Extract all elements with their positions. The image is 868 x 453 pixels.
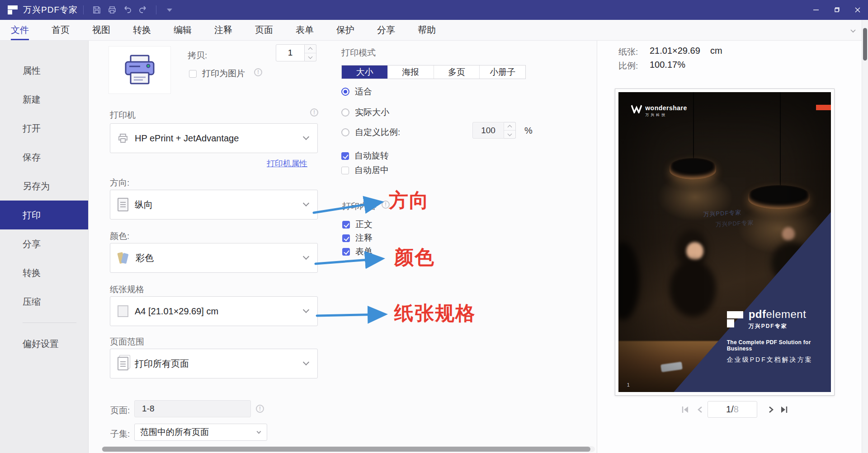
annotation-paper: 纸张规格	[394, 304, 476, 323]
app-logo-icon	[8, 5, 18, 15]
custom-scale-radio-row: 自定义比例:	[341, 126, 400, 138]
sidebar-item-compress[interactable]: 压缩	[0, 287, 88, 316]
maximize-button[interactable]	[826, 0, 847, 20]
printer-info-icon[interactable]	[310, 108, 318, 117]
print-as-image-label: 打印为图片	[202, 68, 245, 79]
menu-home[interactable]: 首页	[52, 20, 70, 40]
vertical-scrollbar-thumb[interactable]	[863, 28, 867, 61]
horizontal-scrollbar[interactable]	[102, 446, 595, 452]
wondershare-w-icon	[631, 104, 642, 113]
watermark-text: 万兴PDF专家 万兴PDF专家	[703, 208, 754, 229]
print-mode-label: 打印模式	[341, 47, 376, 59]
orientation-label: 方向:	[110, 177, 129, 189]
ribbon-collapse-icon[interactable]	[850, 27, 856, 35]
chevron-down-icon	[257, 430, 261, 434]
sidebar-item-open[interactable]: 打开	[0, 114, 88, 143]
redo-icon[interactable]	[136, 3, 150, 17]
scale-decrement-icon[interactable]	[504, 131, 515, 138]
minimize-button[interactable]	[806, 0, 826, 20]
actual-size-radio[interactable]	[341, 108, 349, 117]
annotation-orientation: 方向	[389, 191, 429, 210]
sidebar-item-share[interactable]: 分享	[0, 229, 88, 258]
app-window: 万兴PDF专家 文件 首页 视图 转换 编辑 注释 页面 表单 保护 分	[0, 0, 868, 453]
brand-sub: 万兴科技	[645, 112, 687, 117]
print-icon[interactable]	[105, 3, 119, 17]
sidebar-item-preferences[interactable]: 偏好设置	[0, 329, 88, 358]
sidebar-item-convert[interactable]: 转换	[0, 258, 88, 287]
menu-protect[interactable]: 保护	[336, 20, 354, 40]
auto-center-row: 自动居中	[341, 164, 389, 176]
content-comment-checkbox[interactable]	[342, 234, 350, 242]
menu-view[interactable]: 视图	[92, 20, 110, 40]
auto-rotate-row: 自动旋转	[341, 150, 389, 162]
printer-small-icon	[118, 133, 128, 143]
cover-red-tag	[816, 105, 831, 111]
tab-size[interactable]: 大小	[342, 65, 388, 79]
preview-paper-unit: cm	[710, 46, 722, 56]
undo-icon[interactable]	[121, 3, 134, 17]
menu-bar: 文件 首页 视图 转换 编辑 注释 页面 表单 保护 分享 帮助	[0, 20, 868, 41]
copies-decrement-icon[interactable]	[305, 53, 316, 61]
tab-multiple[interactable]: 多页	[434, 65, 480, 79]
sidebar-item-print[interactable]: 打印	[0, 201, 88, 229]
menu-page[interactable]: 页面	[255, 20, 273, 40]
pages-info-icon[interactable]	[256, 405, 264, 413]
sidebar-item-new[interactable]: 新建	[0, 85, 88, 114]
pages-input[interactable]: 1-8	[134, 400, 251, 417]
sidebar-item-save[interactable]: 保存	[0, 143, 88, 172]
print-as-image-row: 打印为图片	[189, 68, 245, 79]
tab-poster[interactable]: 海报	[388, 65, 434, 79]
preview-paper-label: 纸张:	[618, 46, 638, 58]
page-range-select[interactable]: 打印所有页面	[110, 349, 318, 378]
fit-radio[interactable]	[341, 88, 349, 96]
horizontal-scrollbar-thumb[interactable]	[102, 447, 590, 452]
menu-help[interactable]: 帮助	[418, 20, 436, 40]
menu-form[interactable]: 表单	[296, 20, 314, 40]
menu-file[interactable]: 文件	[11, 20, 29, 40]
vertical-scrollbar[interactable]	[862, 20, 868, 453]
printer-select[interactable]: HP ePrint + JetAdvantage	[110, 123, 318, 153]
printer-properties-link[interactable]: 打印机属性	[267, 158, 307, 169]
last-page-icon[interactable]	[778, 404, 790, 416]
preview-scale-label: 比例:	[618, 60, 638, 72]
first-page-icon[interactable]	[679, 404, 691, 416]
print-mode-tabs: 大小 海报 多页 小册子	[341, 65, 526, 79]
subset-select[interactable]: 范围中的所有页面	[134, 424, 267, 441]
custom-scale-input[interactable]: 100	[472, 122, 504, 139]
content-form-checkbox[interactable]	[342, 248, 350, 256]
menu-convert[interactable]: 转换	[133, 20, 151, 40]
previous-page-icon[interactable]	[694, 404, 706, 416]
paper-square-icon	[118, 305, 128, 317]
paper-size-select[interactable]: A4 [21.01×29.69] cm	[110, 296, 318, 326]
close-button[interactable]	[847, 0, 868, 20]
scale-increment-icon[interactable]	[504, 122, 515, 131]
toolbar-dropdown-caret-icon[interactable]	[163, 3, 176, 17]
menu-edit[interactable]: 编辑	[174, 20, 192, 40]
copies-input[interactable]: 1	[276, 44, 305, 61]
file-sidebar: 属性 新建 打开 保存 另存为 打印 分享 转换 压缩 偏好设置	[0, 41, 89, 453]
actual-size-radio-row: 实际大小	[341, 107, 389, 118]
save-icon[interactable]	[90, 3, 104, 17]
sidebar-item-save-as[interactable]: 另存为	[0, 172, 88, 201]
print-as-image-checkbox[interactable]	[189, 70, 197, 78]
custom-scale-radio[interactable]	[341, 128, 349, 136]
color-label: 颜色:	[110, 230, 129, 242]
auto-center-checkbox[interactable]	[341, 167, 349, 174]
printer-illustration-card	[108, 46, 171, 94]
menu-share[interactable]: 分享	[377, 20, 395, 40]
color-select[interactable]: 彩色	[110, 243, 318, 273]
arrow-color	[316, 259, 381, 264]
print-as-image-info-icon[interactable]	[254, 68, 262, 76]
orientation-select[interactable]: 纵向	[110, 190, 318, 219]
annotation-color: 颜色	[394, 248, 435, 267]
auto-rotate-checkbox[interactable]	[341, 152, 349, 160]
actual-size-label: 实际大小	[355, 107, 389, 118]
preview-paper-value: 21.01×29.69	[650, 46, 700, 56]
menu-comment[interactable]: 注释	[214, 20, 232, 40]
content-text-checkbox[interactable]	[342, 221, 350, 229]
page-number-input[interactable]: 1/8	[708, 401, 757, 418]
sidebar-item-properties[interactable]: 属性	[0, 56, 88, 85]
next-page-icon[interactable]	[765, 404, 777, 416]
copies-increment-icon[interactable]	[305, 45, 316, 53]
tab-booklet[interactable]: 小册子	[480, 65, 525, 79]
